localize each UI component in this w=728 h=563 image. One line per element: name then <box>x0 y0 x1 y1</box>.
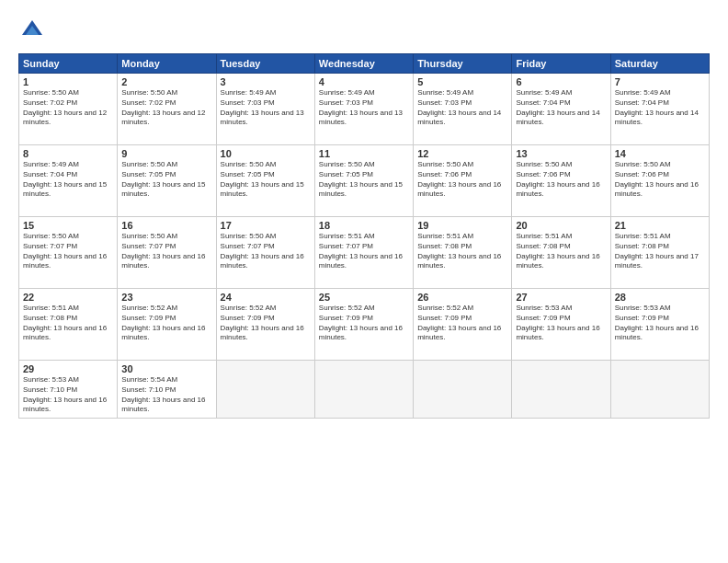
calendar-cell: 1Sunrise: 5:50 AMSunset: 7:02 PMDaylight… <box>19 74 118 145</box>
day-header-thursday: Thursday <box>414 54 512 74</box>
calendar-cell: 24Sunrise: 5:52 AMSunset: 7:09 PMDayligh… <box>216 289 314 361</box>
calendar-cell: 21Sunrise: 5:51 AMSunset: 7:08 PMDayligh… <box>610 217 709 289</box>
calendar-cell: 18Sunrise: 5:51 AMSunset: 7:07 PMDayligh… <box>314 217 413 289</box>
day-number: 23 <box>121 292 211 303</box>
calendar-cell: 25Sunrise: 5:52 AMSunset: 7:09 PMDayligh… <box>314 289 413 361</box>
day-number: 28 <box>615 292 705 303</box>
calendar-cell: 27Sunrise: 5:53 AMSunset: 7:09 PMDayligh… <box>512 289 610 361</box>
calendar-cell: 14Sunrise: 5:50 AMSunset: 7:06 PMDayligh… <box>610 145 709 217</box>
calendar-cell <box>414 361 512 419</box>
calendar-cell: 12Sunrise: 5:50 AMSunset: 7:06 PMDayligh… <box>414 145 512 217</box>
day-header-wednesday: Wednesday <box>314 54 413 74</box>
logo-icon <box>18 17 46 44</box>
day-info: Sunrise: 5:50 AMSunset: 7:06 PMDaylight:… <box>417 160 507 200</box>
day-header-friday: Friday <box>512 54 610 74</box>
day-info: Sunrise: 5:51 AMSunset: 7:08 PMDaylight:… <box>417 232 507 271</box>
day-info: Sunrise: 5:50 AMSunset: 7:06 PMDaylight:… <box>516 160 606 200</box>
day-info: Sunrise: 5:49 AMSunset: 7:03 PMDaylight:… <box>319 88 409 128</box>
day-info: Sunrise: 5:50 AMSunset: 7:07 PMDaylight:… <box>121 232 211 271</box>
day-info: Sunrise: 5:49 AMSunset: 7:03 PMDaylight:… <box>221 88 311 128</box>
day-number: 4 <box>319 76 409 87</box>
day-number: 5 <box>417 76 507 87</box>
calendar-cell: 13Sunrise: 5:50 AMSunset: 7:06 PMDayligh… <box>512 145 610 217</box>
day-header-tuesday: Tuesday <box>216 54 314 74</box>
calendar-cell: 3Sunrise: 5:49 AMSunset: 7:03 PMDaylight… <box>216 74 314 145</box>
day-number: 25 <box>319 292 409 303</box>
day-number: 8 <box>23 148 113 159</box>
calendar-cell: 29Sunrise: 5:53 AMSunset: 7:10 PMDayligh… <box>19 361 118 419</box>
day-number: 29 <box>23 363 113 374</box>
day-number: 30 <box>121 363 211 374</box>
calendar-cell: 30Sunrise: 5:54 AMSunset: 7:10 PMDayligh… <box>118 361 216 419</box>
day-number: 15 <box>23 220 113 231</box>
calendar-cell: 6Sunrise: 5:49 AMSunset: 7:04 PMDaylight… <box>512 74 610 145</box>
day-info: Sunrise: 5:50 AMSunset: 7:07 PMDaylight:… <box>221 232 311 271</box>
day-info: Sunrise: 5:50 AMSunset: 7:05 PMDaylight:… <box>221 160 311 200</box>
calendar-cell <box>610 361 709 419</box>
calendar-cell: 17Sunrise: 5:50 AMSunset: 7:07 PMDayligh… <box>216 217 314 289</box>
calendar-cell: 5Sunrise: 5:49 AMSunset: 7:03 PMDaylight… <box>414 74 512 145</box>
calendar-cell: 7Sunrise: 5:49 AMSunset: 7:04 PMDaylight… <box>610 74 709 145</box>
calendar-cell: 19Sunrise: 5:51 AMSunset: 7:08 PMDayligh… <box>414 217 512 289</box>
day-info: Sunrise: 5:52 AMSunset: 7:09 PMDaylight:… <box>417 304 507 343</box>
logo <box>18 17 50 44</box>
day-number: 9 <box>121 148 211 159</box>
calendar-cell: 15Sunrise: 5:50 AMSunset: 7:07 PMDayligh… <box>19 217 118 289</box>
header-row: SundayMondayTuesdayWednesdayThursdayFrid… <box>19 54 710 74</box>
day-info: Sunrise: 5:50 AMSunset: 7:05 PMDaylight:… <box>319 160 409 200</box>
day-number: 17 <box>221 220 311 231</box>
calendar-header: SundayMondayTuesdayWednesdayThursdayFrid… <box>19 54 710 74</box>
calendar-cell: 4Sunrise: 5:49 AMSunset: 7:03 PMDaylight… <box>314 74 413 145</box>
day-info: Sunrise: 5:54 AMSunset: 7:10 PMDaylight:… <box>121 375 211 415</box>
calendar-cell <box>512 361 610 419</box>
day-info: Sunrise: 5:50 AMSunset: 7:02 PMDaylight:… <box>23 88 113 128</box>
day-number: 18 <box>319 220 409 231</box>
day-info: Sunrise: 5:52 AMSunset: 7:09 PMDaylight:… <box>319 304 409 343</box>
day-header-saturday: Saturday <box>610 54 709 74</box>
week-row-1: 1Sunrise: 5:50 AMSunset: 7:02 PMDaylight… <box>19 74 710 145</box>
calendar-cell <box>216 361 314 419</box>
week-row-5: 29Sunrise: 5:53 AMSunset: 7:10 PMDayligh… <box>19 361 710 419</box>
day-number: 14 <box>615 148 705 159</box>
calendar-cell <box>314 361 413 419</box>
day-number: 13 <box>516 148 606 159</box>
day-info: Sunrise: 5:50 AMSunset: 7:02 PMDaylight:… <box>121 88 211 128</box>
day-number: 27 <box>516 292 606 303</box>
day-info: Sunrise: 5:53 AMSunset: 7:09 PMDaylight:… <box>516 304 606 343</box>
day-info: Sunrise: 5:53 AMSunset: 7:10 PMDaylight:… <box>23 375 113 415</box>
day-info: Sunrise: 5:49 AMSunset: 7:04 PMDaylight:… <box>23 160 113 200</box>
week-row-2: 8Sunrise: 5:49 AMSunset: 7:04 PMDaylight… <box>19 145 710 217</box>
day-info: Sunrise: 5:50 AMSunset: 7:06 PMDaylight:… <box>615 160 705 200</box>
day-header-monday: Monday <box>118 54 216 74</box>
day-number: 24 <box>221 292 311 303</box>
calendar-cell: 23Sunrise: 5:52 AMSunset: 7:09 PMDayligh… <box>118 289 216 361</box>
page: SundayMondayTuesdayWednesdayThursdayFrid… <box>0 0 728 563</box>
calendar-cell: 28Sunrise: 5:53 AMSunset: 7:09 PMDayligh… <box>610 289 709 361</box>
day-number: 1 <box>23 76 113 87</box>
day-info: Sunrise: 5:50 AMSunset: 7:07 PMDaylight:… <box>23 232 113 271</box>
header <box>18 17 710 44</box>
calendar-cell: 2Sunrise: 5:50 AMSunset: 7:02 PMDaylight… <box>118 74 216 145</box>
calendar-cell: 11Sunrise: 5:50 AMSunset: 7:05 PMDayligh… <box>314 145 413 217</box>
day-number: 2 <box>121 76 211 87</box>
calendar-cell: 8Sunrise: 5:49 AMSunset: 7:04 PMDaylight… <box>19 145 118 217</box>
day-info: Sunrise: 5:51 AMSunset: 7:08 PMDaylight:… <box>23 304 113 343</box>
day-number: 19 <box>417 220 507 231</box>
day-number: 3 <box>221 76 311 87</box>
day-info: Sunrise: 5:52 AMSunset: 7:09 PMDaylight:… <box>221 304 311 343</box>
calendar-cell: 16Sunrise: 5:50 AMSunset: 7:07 PMDayligh… <box>118 217 216 289</box>
week-row-4: 22Sunrise: 5:51 AMSunset: 7:08 PMDayligh… <box>19 289 710 361</box>
calendar-cell: 10Sunrise: 5:50 AMSunset: 7:05 PMDayligh… <box>216 145 314 217</box>
day-info: Sunrise: 5:49 AMSunset: 7:03 PMDaylight:… <box>417 88 507 128</box>
day-info: Sunrise: 5:52 AMSunset: 7:09 PMDaylight:… <box>121 304 211 343</box>
day-number: 22 <box>23 292 113 303</box>
day-number: 6 <box>516 76 606 87</box>
day-info: Sunrise: 5:50 AMSunset: 7:05 PMDaylight:… <box>121 160 211 200</box>
week-row-3: 15Sunrise: 5:50 AMSunset: 7:07 PMDayligh… <box>19 217 710 289</box>
calendar: SundayMondayTuesdayWednesdayThursdayFrid… <box>18 53 710 419</box>
day-number: 21 <box>615 220 705 231</box>
calendar-cell: 26Sunrise: 5:52 AMSunset: 7:09 PMDayligh… <box>414 289 512 361</box>
day-number: 10 <box>221 148 311 159</box>
day-info: Sunrise: 5:49 AMSunset: 7:04 PMDaylight:… <box>615 88 705 128</box>
day-number: 16 <box>121 220 211 231</box>
